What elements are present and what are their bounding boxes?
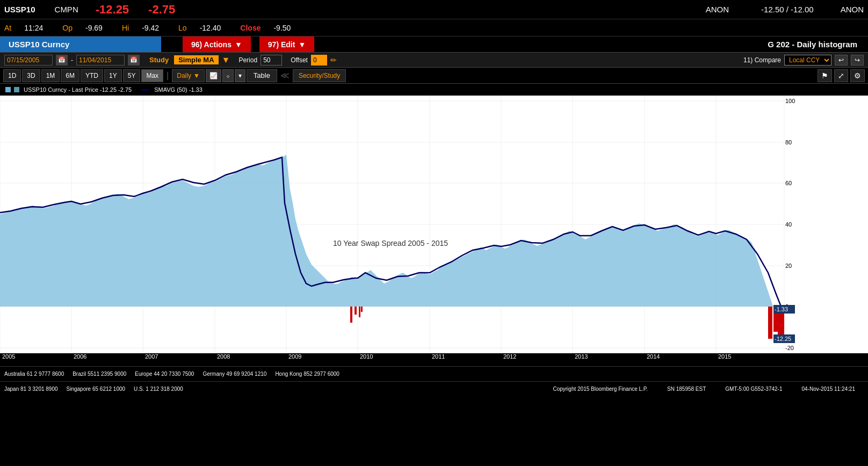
actions-button[interactable]: 96) Actions ▼ [183,37,251,52]
chart-svg: 100 80 60 40 20 0 -20 10 Year Swap Sprea… [0,96,795,353]
x-label-2007: 2007 [145,353,158,360]
footer-contacts: Australia 61 2 9777 8600 Brazil 5511 239… [0,366,868,381]
copyright-text: Copyright 2015 Bloomberg Finance L.P. [553,386,648,392]
x-label-2009: 2009 [288,353,301,360]
high-value: -9.42 [142,24,159,32]
timeframe-bar: 1D 3D 1M 6M YTD 1Y 5Y Max | Daily ▼ 📈 ⬦ … [0,68,868,84]
timeframe-1m-button[interactable]: 1M [41,69,60,82]
svg-text:20: 20 [785,263,792,269]
timeframe-ytd-button[interactable]: YTD [81,69,103,82]
svg-text:-1.33: -1.33 [775,306,788,312]
icon-buttons: ⚑ ⤢ ⚙ [818,69,865,82]
price-legend-box [14,87,19,92]
x-label-2014: 2014 [647,353,660,360]
svg-text:80: 80 [785,139,792,145]
timeframe-max-button[interactable]: Max [141,69,163,82]
end-date-input[interactable] [76,55,125,65]
chart-type-line-button[interactable]: 📈 [206,69,221,82]
end-date-calendar-button[interactable]: 📅 [128,55,140,65]
x-label-2006: 2006 [74,353,86,360]
timeframe-6m-button[interactable]: 6M [61,69,79,82]
contact-hongkong: Hong Kong 852 2977 6000 [275,371,339,377]
footer-contacts-2: Japan 81 3 3201 8900 Singapore 65 6212 1… [0,381,868,396]
start-date-input[interactable] [4,55,53,65]
security-study-label: Security/Study [299,72,340,79]
offset-label: Offset [291,56,308,64]
close-value: -9.50 [273,24,291,32]
op-label: Op [62,24,73,32]
x-axis: 2005 2006 2007 2008 2009 2010 2011 2012 … [0,353,795,366]
chart-type-extra-button[interactable]: ▾ [235,69,245,82]
x-label-2011: 2011 [432,353,445,360]
actions-label: 96) Actions [191,40,232,49]
date-separator: - [71,56,73,64]
contact-japan: Japan 81 3 3201 8900 [4,386,58,392]
svg-rect-31 [359,307,360,317]
compare-select[interactable]: Local CCY [784,55,831,65]
title-bar: USSP10 Curncy 96) Actions ▼ 97) Edit ▼ G… [0,37,868,53]
price-change: -2.75 [148,3,175,17]
lo-label: Lo [178,24,187,32]
edit-button[interactable]: 97) Edit ▼ [259,37,314,52]
period-label: Period [238,56,257,64]
study-label: Study [149,56,169,64]
timeframe-1y-button[interactable]: 1Y [104,69,122,82]
daily-button[interactable]: Daily ▼ [172,69,205,82]
svg-text:100: 100 [785,98,795,104]
x-label-2005: 2005 [2,353,15,360]
start-date-calendar-button[interactable]: 📅 [56,55,68,65]
svg-text:-12.25: -12.25 [775,336,791,342]
x-label-2013: 2013 [575,353,588,360]
last-price: -12.25 [96,3,129,17]
timeframe-3d-button[interactable]: 3D [22,69,40,82]
compare-label: 11) Compare [743,56,781,64]
open-value: -9.69 [85,24,103,32]
offset-input[interactable] [311,55,327,65]
study-chevron: ▼ [222,55,230,65]
anon-label-1: ANON [706,5,729,14]
low-value: -12.40 [200,24,221,32]
chart-type-bar-button[interactable]: ⬦ [222,69,234,82]
flag-button[interactable]: ⚑ [818,69,832,82]
x-label-2008: 2008 [217,353,230,360]
timeframe-5y-button[interactable]: 5Y [123,69,141,82]
study-select-button[interactable]: Simple MA [174,55,218,64]
svg-rect-29 [350,307,352,323]
daily-chevron: ▼ [193,72,200,79]
actions-chevron: ▼ [235,40,242,49]
security-name: USSP10 Curncy [0,37,161,52]
period-input[interactable] [261,55,282,65]
settings-button[interactable]: ⚙ [850,69,865,82]
x-label-2012: 2012 [503,353,516,360]
contact-germany: Germany 49 69 9204 1210 [202,371,266,377]
security-study-button[interactable]: Security/Study [293,69,346,82]
table-button[interactable]: Table [247,69,277,82]
edit-pencil-button[interactable]: ✏ [330,56,337,64]
svg-text:40: 40 [785,221,792,228]
x-label-2010: 2010 [360,353,373,360]
contact-singapore: Singapore 65 6212 1000 [67,386,126,392]
svg-rect-33 [768,307,772,339]
source-label: CMPN [55,5,78,14]
chart-annotation: 10 Year Swap Spread 2005 - 2015 [333,239,448,247]
contact-europe: Europe 44 20 7330 7500 [135,371,194,377]
datetime-label: 04-Nov-2015 11:24:21 [801,386,855,392]
timeframe-1d-button[interactable]: 1D [3,69,21,82]
edit-chevron: ▼ [298,40,306,49]
timestamp: 11:24 [24,24,43,32]
resize-button[interactable]: ⤢ [834,69,848,82]
contact-australia: Australia 61 2 9777 8600 [4,371,64,377]
ohlc-bar: At 11:24 Op -9.69 Hi -9.42 Lo -12.40 Clo… [0,19,868,37]
daily-label: Daily [177,72,191,79]
control-bar: 📅 - 📅 Study Simple MA ▼ Period Offset ✏ … [0,53,868,68]
chart-area: 100 80 60 40 20 0 -20 10 Year Swap Sprea… [0,96,868,353]
contact-us: U.S. 1 212 318 2000 [134,386,183,392]
gmt-label: GMT-5:00 G552-3742-1 [725,386,782,392]
nav-forward-button[interactable]: ↪ [851,55,864,65]
svg-text:60: 60 [785,180,792,186]
contact-brazil: Brazil 5511 2395 9000 [73,371,126,377]
close-label: Close [240,24,261,32]
top-bar: USSP10 CMPN -12.25 -2.75 ANON -12.50 / -… [0,0,868,19]
nav-back-button[interactable]: ↩ [835,55,848,65]
svg-rect-32 [361,307,363,312]
